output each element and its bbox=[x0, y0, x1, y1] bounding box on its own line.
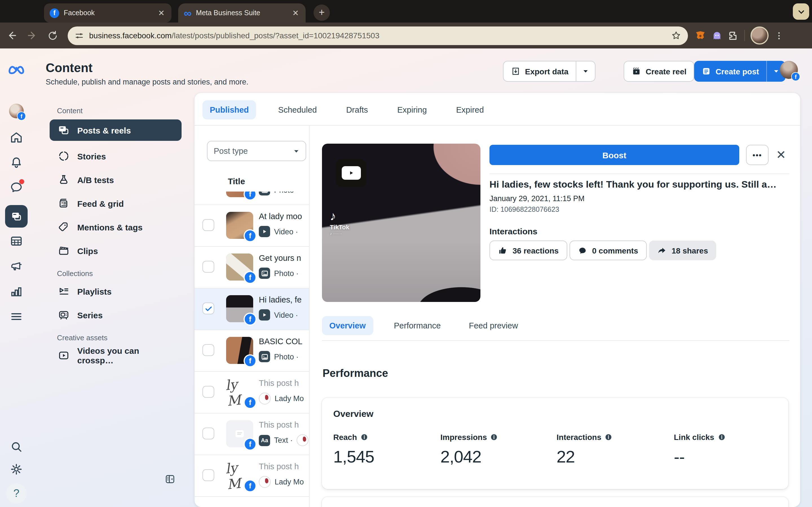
search-icon[interactable] bbox=[10, 440, 23, 453]
post-row[interactable]: ly Mf This post h Lady Mo bbox=[195, 372, 309, 413]
tab-scheduled[interactable]: Scheduled bbox=[271, 100, 324, 119]
create-reel-button[interactable]: Create reel bbox=[624, 61, 695, 82]
phantom-extension-icon[interactable] bbox=[712, 30, 722, 41]
photo-type-icon bbox=[259, 191, 270, 195]
sidebar-item-feed-grid[interactable]: Feed & grid bbox=[50, 193, 182, 214]
info-icon[interactable] bbox=[605, 433, 613, 441]
forward-button[interactable] bbox=[24, 27, 41, 44]
page-avatar[interactable]: f bbox=[9, 104, 24, 118]
tab-overview[interactable]: Overview bbox=[322, 316, 373, 335]
insights-chart-icon[interactable] bbox=[10, 285, 23, 298]
photo-type-icon bbox=[259, 351, 270, 362]
help-button[interactable]: ? bbox=[6, 483, 27, 504]
sidebar-item-mentions-tags[interactable]: Mentions & tags bbox=[50, 216, 182, 238]
row-checkbox[interactable] bbox=[202, 219, 214, 231]
facebook-favicon: f bbox=[50, 8, 59, 18]
performance-heading: Performance bbox=[322, 367, 388, 380]
download-icon bbox=[511, 66, 520, 76]
sidebar-item-series[interactable]: Series bbox=[50, 304, 182, 326]
row-checkbox[interactable] bbox=[202, 469, 214, 481]
collapse-panel-icon[interactable] bbox=[165, 474, 175, 485]
post-thumbnail: f bbox=[226, 337, 253, 364]
tab-drafts[interactable]: Drafts bbox=[339, 100, 375, 119]
browser-tab-meta-business-suite[interactable]: ∞ Meta Business Suite ✕ bbox=[178, 3, 306, 22]
address-bar[interactable]: business.facebook.com/latest/posts/publi… bbox=[68, 26, 688, 45]
extensions-puzzle-icon[interactable] bbox=[728, 30, 739, 41]
post-row-selected[interactable]: f Hi ladies, fe Video · bbox=[195, 288, 309, 330]
browser-toolbar: business.facebook.com/latest/posts/publi… bbox=[0, 22, 812, 48]
shares-button[interactable]: 18 shares bbox=[649, 240, 716, 260]
site-settings-icon[interactable] bbox=[74, 31, 84, 40]
post-title: Hi ladies, few stocks left! Thank you fo… bbox=[490, 179, 790, 191]
info-icon[interactable] bbox=[360, 433, 368, 441]
row-checkbox[interactable] bbox=[202, 344, 214, 356]
post-row[interactable]: f Photo · bbox=[195, 191, 309, 205]
notifications-bell-icon[interactable] bbox=[10, 156, 23, 169]
browser-tab-facebook[interactable]: f Facebook ✕ bbox=[44, 3, 171, 22]
tab-close-icon[interactable]: ✕ bbox=[291, 8, 300, 18]
more-options-button[interactable]: ••• bbox=[746, 145, 769, 165]
browser-tabstrip: f Facebook ✕ ∞ Meta Business Suite ✕ + bbox=[0, 0, 812, 22]
comments-button[interactable]: 0 comments bbox=[569, 240, 647, 260]
row-checkbox-checked[interactable] bbox=[202, 302, 214, 314]
row-checkbox[interactable] bbox=[202, 428, 214, 439]
messages-chat-icon[interactable] bbox=[10, 180, 23, 194]
info-icon[interactable] bbox=[490, 433, 498, 441]
tab-expiring[interactable]: Expiring bbox=[390, 100, 434, 119]
sidebar-item-stories[interactable]: Stories bbox=[50, 145, 182, 167]
page-logo-icon bbox=[259, 476, 271, 488]
bookmark-star-icon[interactable] bbox=[671, 31, 681, 41]
settings-gear-icon[interactable] bbox=[10, 462, 23, 476]
tab-published[interactable]: Published bbox=[202, 100, 256, 119]
tab-feed-preview[interactable]: Feed preview bbox=[462, 316, 525, 335]
thumbs-up-icon bbox=[498, 245, 507, 255]
unread-indicator bbox=[19, 179, 24, 184]
video-preview[interactable]: ♪ TikTok ♪ ······· bbox=[322, 144, 480, 302]
tab-close-icon[interactable]: ✕ bbox=[157, 8, 166, 18]
export-data-button[interactable]: Export data bbox=[503, 61, 596, 82]
post-row[interactable]: ly Mf This post h Lady Mo bbox=[195, 455, 309, 497]
sidebar-item-clips[interactable]: Clips bbox=[50, 240, 182, 262]
post-thumbnail: ly Mf bbox=[226, 462, 253, 489]
post-row[interactable]: f At lady moo Video · bbox=[195, 205, 309, 247]
reactions-button[interactable]: 36 reactions bbox=[490, 240, 567, 260]
planner-calendar-icon[interactable] bbox=[10, 234, 23, 248]
browser-profile-avatar[interactable] bbox=[751, 26, 769, 45]
post-row[interactable]: f BASIC COL Photo · bbox=[195, 330, 309, 372]
post-row[interactable]: f Get yours n Photo · bbox=[195, 247, 309, 288]
sidebar-section-content: Content bbox=[57, 107, 83, 115]
meta-logo[interactable] bbox=[8, 64, 24, 74]
post-row[interactable]: f This post h AaText · bbox=[195, 413, 309, 455]
close-icon[interactable]: ✕ bbox=[774, 148, 788, 162]
facebook-badge-icon: f bbox=[244, 313, 257, 326]
user-avatar[interactable]: f bbox=[780, 61, 798, 79]
metamask-extension-icon[interactable] bbox=[695, 30, 706, 41]
tab-search-button[interactable] bbox=[793, 3, 809, 20]
sidebar-item-posts-reels[interactable]: Posts & reels bbox=[50, 119, 182, 141]
tab-performance[interactable]: Performance bbox=[387, 316, 448, 335]
browser-menu-icon[interactable] bbox=[774, 31, 784, 40]
url-text: business.facebook.com/latest/posts/publi… bbox=[89, 31, 666, 41]
export-data-caret[interactable] bbox=[576, 61, 595, 81]
new-tab-button[interactable]: + bbox=[313, 4, 330, 21]
metric-value: -- bbox=[674, 447, 725, 466]
home-icon[interactable] bbox=[10, 131, 23, 144]
sidebar-item-playlists[interactable]: Playlists bbox=[50, 281, 182, 302]
all-tools-menu-icon[interactable] bbox=[10, 310, 23, 323]
sidebar-item-crosspost-videos[interactable]: Videos you can crossp… bbox=[50, 345, 182, 366]
toolbar-divider bbox=[744, 30, 745, 41]
info-icon[interactable] bbox=[718, 433, 725, 441]
back-button[interactable] bbox=[3, 27, 20, 44]
chevron-down-icon bbox=[293, 148, 299, 154]
content-nav-selected[interactable] bbox=[5, 205, 28, 228]
sidebar-item-ab-tests[interactable]: A/B tests bbox=[50, 169, 182, 190]
play-button-icon[interactable] bbox=[336, 159, 366, 187]
create-post-button[interactable]: Create post bbox=[694, 61, 785, 82]
tab-expired[interactable]: Expired bbox=[449, 100, 491, 119]
row-checkbox[interactable] bbox=[202, 261, 214, 273]
ads-megaphone-icon[interactable] bbox=[10, 259, 23, 273]
reload-button[interactable] bbox=[44, 27, 61, 44]
boost-button[interactable]: Boost bbox=[490, 145, 739, 165]
post-type-filter[interactable]: Post type bbox=[207, 141, 306, 161]
row-checkbox[interactable] bbox=[202, 386, 214, 398]
